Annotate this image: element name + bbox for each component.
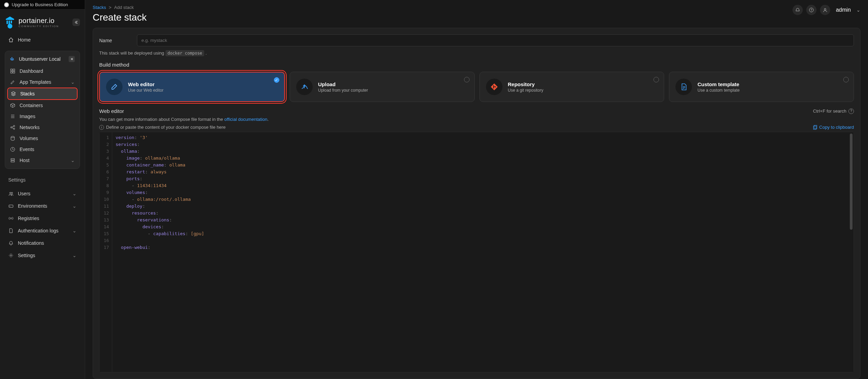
logo-row: portainer.io COMMUNITY EDITION xyxy=(0,10,85,32)
sidebar-item-containers[interactable]: Containers xyxy=(7,100,78,111)
chevron-down-icon[interactable]: ⌄ xyxy=(856,7,860,13)
sidebar-item-volumes[interactable]: Volumes xyxy=(7,133,78,144)
sidebar-label: Stacks xyxy=(20,91,35,96)
chevron-down-icon: ⌄ xyxy=(72,228,77,233)
svg-point-3 xyxy=(8,24,12,28)
sidebar-label: Host xyxy=(20,158,30,163)
svg-point-19 xyxy=(10,192,11,194)
sidebar-item-stacks[interactable]: Stacks xyxy=(8,88,77,99)
editor-info: You can get more information about Compo… xyxy=(99,117,854,122)
help-button[interactable]: ? xyxy=(806,5,817,15)
editor-section-title: Web editor xyxy=(99,108,124,114)
editor-scrollbar[interactable] xyxy=(849,132,854,372)
bm-title: Repository xyxy=(508,81,543,87)
radio-selected-icon xyxy=(274,77,279,83)
sidebar-item-images[interactable]: Images xyxy=(7,111,78,122)
svg-rect-11 xyxy=(13,71,15,73)
sidebar-label: Volumes xyxy=(20,136,38,141)
close-environment-button[interactable]: ✕ xyxy=(69,56,75,62)
build-method-custom-template[interactable]: Custom template Use a custom template xyxy=(669,72,854,102)
chevron-left-icon xyxy=(74,21,78,24)
name-label: Name xyxy=(99,38,130,43)
chevron-down-icon: ⌄ xyxy=(72,191,77,196)
build-method-upload[interactable]: Upload Upload from your computer xyxy=(290,72,475,102)
build-method-group: Web editor Use our Web editor Upload Upl… xyxy=(99,72,854,102)
sidebar-label: Notifications xyxy=(18,240,44,246)
sidebar-item-app-templates[interactable]: App Templates ⌄ xyxy=(7,77,78,88)
settings-section-label: Settings xyxy=(0,172,85,185)
environment-header[interactable]: Ubuntuserver Local ✕ xyxy=(7,54,78,66)
sidebar-item-dashboard[interactable]: Dashboard xyxy=(7,66,78,77)
sidebar-item-settings[interactable]: Settings ⌄ xyxy=(5,249,80,262)
svg-rect-9 xyxy=(13,69,15,71)
file-icon xyxy=(8,228,14,233)
user-menu-button[interactable] xyxy=(820,5,830,15)
sidebar-item-auth-logs[interactable]: Authentication logs ⌄ xyxy=(5,225,80,237)
copy-to-clipboard-button[interactable]: Copy to clipboard xyxy=(812,125,854,130)
sidebar-item-environments[interactable]: Environments ⌄ xyxy=(5,200,80,212)
upgrade-banner[interactable]: Upgrade to Business Edition xyxy=(0,0,85,10)
collapse-sidebar-button[interactable] xyxy=(72,19,80,26)
bell-icon xyxy=(8,240,14,246)
sidebar-label: Containers xyxy=(20,103,43,108)
svg-rect-4 xyxy=(10,58,11,59)
sidebar-item-host[interactable]: Host ⌄ xyxy=(7,155,78,166)
share-icon xyxy=(10,125,15,130)
scroll-thumb[interactable] xyxy=(850,134,853,230)
notifications-button[interactable] xyxy=(792,5,803,15)
home-icon xyxy=(8,37,14,43)
svg-rect-8 xyxy=(11,69,12,71)
official-docs-link[interactable]: official documentation xyxy=(224,117,267,122)
help-icon[interactable]: ? xyxy=(848,108,854,114)
sidebar-item-events[interactable]: Events xyxy=(7,144,78,155)
svg-rect-10 xyxy=(11,71,12,73)
sidebar-label: Environments xyxy=(18,203,47,209)
svg-point-13 xyxy=(13,125,15,127)
environment-box: Ubuntuserver Local ✕ Dashboard App Templ… xyxy=(5,51,80,169)
user-label: admin xyxy=(836,7,851,13)
help-icon: ? xyxy=(809,8,814,12)
svg-point-14 xyxy=(13,128,15,129)
bm-title: Upload xyxy=(318,81,368,87)
svg-point-15 xyxy=(11,136,14,138)
code-body[interactable]: version: '3' services: ollama: image: ol… xyxy=(112,132,849,372)
deploy-hint: This stack will be deployed using docker… xyxy=(99,50,854,56)
upgrade-label: Upgrade to Business Edition xyxy=(12,2,68,7)
sidebar-item-home[interactable]: Home xyxy=(5,34,80,46)
edit-icon xyxy=(106,79,123,95)
bm-desc: Use a git repository xyxy=(508,88,543,93)
database-icon xyxy=(10,136,15,141)
bm-desc: Use our Web editor xyxy=(128,88,163,93)
breadcrumb: Stacks > Add stack xyxy=(93,5,792,10)
sidebar-item-registries[interactable]: Registries xyxy=(5,212,80,225)
breadcrumb-stacks-link[interactable]: Stacks xyxy=(93,5,106,10)
stacks-icon xyxy=(11,91,16,96)
bm-desc: Upload from your computer xyxy=(318,88,368,93)
sidebar-label: Images xyxy=(20,114,35,119)
brand-subtitle: COMMUNITY EDITION xyxy=(19,25,69,28)
main-content: Stacks > Add stack Create stack ? admin … xyxy=(85,0,868,379)
clock-icon xyxy=(10,147,15,152)
sidebar-item-users[interactable]: Users ⌄ xyxy=(5,187,80,200)
user-icon xyxy=(823,8,828,12)
sidebar-item-networks[interactable]: Networks xyxy=(7,122,78,133)
gear-icon xyxy=(8,253,14,258)
sidebar-label: Home xyxy=(18,37,31,43)
sidebar-label: Authentication logs xyxy=(18,228,58,233)
chevron-down-icon: ⌄ xyxy=(72,253,77,258)
sidebar-item-notifications[interactable]: Notifications xyxy=(5,237,80,249)
build-method-web-editor[interactable]: Web editor Use our Web editor xyxy=(99,72,285,102)
svg-rect-2 xyxy=(11,21,12,23)
stack-name-input[interactable] xyxy=(137,34,854,46)
build-method-repository[interactable]: Repository Use a git repository xyxy=(479,72,664,102)
svg-rect-5 xyxy=(11,58,12,59)
copy-icon xyxy=(812,125,817,130)
portainer-logo-icon xyxy=(5,16,15,29)
upgrade-icon xyxy=(4,2,9,7)
sidebar-label: Users xyxy=(18,191,31,196)
compose-editor[interactable]: 1234567891011121314151617 version: '3' s… xyxy=(99,132,854,372)
hard-drive-icon xyxy=(8,203,14,209)
sidebar: Upgrade to Business Edition portainer.io… xyxy=(0,0,85,379)
bm-title: Web editor xyxy=(128,81,163,87)
upload-icon xyxy=(296,79,313,95)
